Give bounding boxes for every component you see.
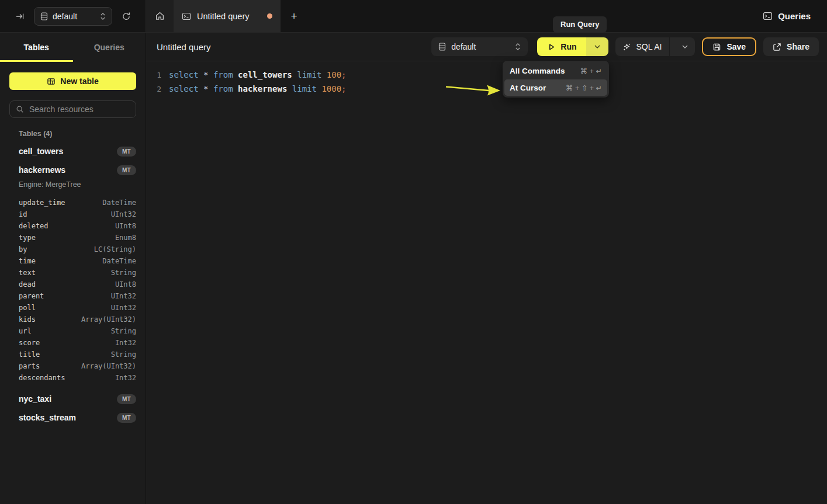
database-selector[interactable]: default [34,7,112,26]
column-type: UInt8 [115,280,136,289]
table-icon [47,77,56,86]
column-row[interactable]: idUInt32 [9,208,136,220]
run-button-label: Run [560,42,576,51]
column-name: url [19,327,32,335]
toolbar-database-selector[interactable]: default [431,37,528,56]
collapse-sidebar-button[interactable] [12,8,28,25]
database-selector-value: default [53,12,95,21]
topbar: default Untitled query + Queries [0,0,827,33]
sql-ai-button[interactable]: SQL AI [615,37,695,56]
column-row[interactable]: kidsArray(UInt32) [9,314,136,325]
new-table-label: New table [60,77,98,86]
chevron-updown-icon [100,12,106,20]
play-icon [548,43,555,51]
query-toolbar: default Run SQL AI [431,37,819,56]
engine-badge: MT [117,413,136,423]
column-name: by [19,245,27,253]
column-row[interactable]: deletedUInt8 [9,220,136,232]
new-table-button[interactable]: New table [9,72,136,90]
search-icon [16,105,24,113]
column-name: kids [19,315,36,324]
column-row[interactable]: urlString [9,325,136,337]
table-row-stocks_stream[interactable]: stocks_streamMT [9,408,136,427]
search-placeholder: Search resources [29,105,94,114]
database-icon [438,43,446,51]
column-row[interactable]: timeDateTime [9,255,136,267]
sql-editor[interactable]: 1select * from cell_towers limit 100;2se… [146,61,827,96]
run-menu: All Commands⌘ + ↵At Cursor⌘ + ⇧ + ↵ [503,61,609,98]
run-button[interactable]: Run [537,37,586,56]
run-query-tooltip: Run Query [553,16,607,33]
engine-badge: MT [117,394,136,404]
refresh-icon [122,12,131,21]
home-icon [155,11,165,21]
sql-ai-options[interactable] [675,37,695,56]
column-name: dead [19,280,36,289]
share-icon [773,43,781,51]
column-type: UInt32 [111,210,136,218]
column-type: Array(UInt32) [81,315,136,324]
run-options-button[interactable] [586,37,608,56]
save-icon [712,43,721,51]
sidebar-body: New table Search resources Tables (4) ce… [0,62,146,427]
column-type: UInt32 [111,304,136,312]
sidebar-tab-tables-label: Tables [24,43,49,52]
sparkles-icon [622,43,631,51]
tab-untitled-query[interactable]: Untitled query [174,0,281,32]
refresh-button[interactable] [118,8,134,25]
column-type: String [111,350,136,359]
column-row[interactable]: parentUInt32 [9,290,136,302]
column-row[interactable]: titleString [9,349,136,360]
sidebar-tab-tables[interactable]: Tables [0,33,73,62]
column-row[interactable]: pollUInt32 [9,302,136,314]
column-row[interactable]: textString [9,267,136,279]
table-row-hackernews[interactable]: hackernewsMT [9,161,136,179]
column-name: type [19,234,36,242]
column-row[interactable]: partsArray(UInt32) [9,360,136,372]
table-name: hackernews [19,165,65,175]
column-type: DateTime [102,199,136,207]
column-row[interactable]: descendantsInt32 [9,372,136,384]
column-type: Int32 [115,339,136,347]
line-number: 1 [146,68,161,82]
column-name: parts [19,362,40,370]
column-row[interactable]: typeEnum8 [9,232,136,244]
queries-button[interactable]: Queries [763,0,811,32]
unsaved-indicator-dot [267,13,272,19]
column-name: update_time [19,199,65,207]
column-row[interactable]: deadUInt8 [9,279,136,290]
column-type: UInt8 [115,222,136,230]
code-line[interactable]: 2select * from hackernews limit 1000; [146,82,827,96]
chevron-down-icon [594,45,600,48]
code-text: select * from hackernews limit 1000; [169,84,347,93]
table-name: nyc_taxi [19,394,51,404]
run-button-group: Run [537,37,608,56]
sidebar-tabs: Tables Queries [0,33,146,62]
table-row-nyc_taxi[interactable]: nyc_taxiMT [9,390,136,408]
share-button[interactable]: Share [763,37,819,56]
column-name: descendants [19,374,65,382]
run-menu-item-all-commands[interactable]: All Commands⌘ + ↵ [504,62,607,79]
search-input[interactable]: Search resources [9,100,136,118]
table-name: stocks_stream [19,413,76,422]
tables-section-header: Tables (4) [9,130,136,138]
tabstrip: Untitled query + [146,0,307,32]
sidebar-tab-queries[interactable]: Queries [73,33,146,62]
column-row[interactable]: scoreInt32 [9,337,136,349]
chevron-updown-icon [515,43,521,51]
save-button[interactable]: Save [702,37,756,56]
column-type: String [111,269,136,277]
column-name: text [19,269,36,277]
new-tab-button[interactable]: + [281,0,307,32]
engine-badge: MT [117,147,136,157]
tab-title: Untitled query [197,12,261,21]
run-menu-item-at-cursor[interactable]: At Cursor⌘ + ⇧ + ↵ [504,79,607,96]
table-row-cell_towers[interactable]: cell_towersMT [9,142,136,161]
column-row[interactable]: byLC(String) [9,244,136,255]
column-name: id [19,210,27,218]
menu-item-label: All Commands [510,67,565,75]
home-button[interactable] [146,0,174,32]
code-line[interactable]: 1select * from cell_towers limit 100; [146,68,827,82]
table-engine-label: Engine: MergeTree [9,180,136,190]
column-row[interactable]: update_timeDateTime [9,197,136,208]
